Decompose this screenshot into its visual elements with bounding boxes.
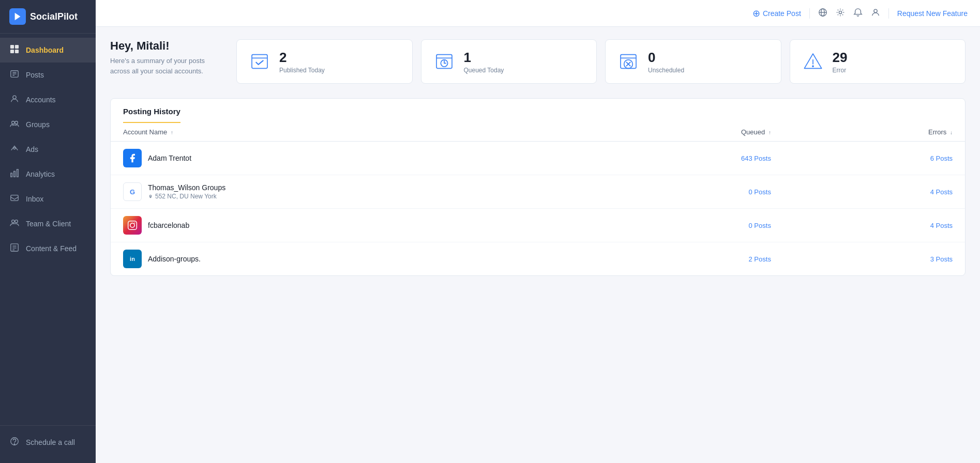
create-post-button[interactable]: ⊕ Create Post (752, 8, 801, 19)
svg-point-43 (149, 195, 151, 197)
svg-rect-35 (621, 55, 636, 69)
svg-point-45 (130, 223, 134, 227)
topbar-divider (809, 8, 810, 19)
request-feature-link[interactable]: Request New Feature (897, 9, 968, 18)
analytics-icon (9, 168, 20, 180)
col-queued[interactable]: Queued ↑ (581, 123, 783, 142)
table-body: Adam Trentot 643 Posts 6 Posts G Thomas_… (111, 142, 965, 276)
svg-rect-13 (11, 173, 12, 177)
inbox-icon (9, 193, 20, 205)
svg-point-11 (15, 121, 18, 124)
sidebar-item-dashboard[interactable]: Dashboard (0, 38, 96, 63)
queued-number: 1 (464, 50, 504, 66)
account-info: Adam Trentot (148, 154, 191, 162)
dashboard-icon (9, 44, 20, 56)
stat-card-info-queued: 1 Queued Today (464, 50, 504, 74)
greeting-subtitle: Here's a summary of your posts across al… (110, 56, 224, 76)
error-icon (801, 49, 825, 74)
account-name: Addison-groups. (148, 255, 201, 263)
errors-link[interactable]: 6 Posts (930, 155, 953, 162)
globe-icon[interactable] (818, 8, 827, 19)
schedule-call-icon (9, 437, 20, 448)
logo[interactable]: SocialPilot (0, 0, 96, 34)
create-post-label: Create Post (763, 9, 801, 18)
unscheduled-label: Unscheduled (648, 67, 684, 74)
sidebar-item-label: Groups (26, 120, 50, 129)
sidebar-item-inbox[interactable]: Inbox (0, 187, 96, 211)
settings-icon[interactable] (836, 8, 845, 19)
sidebar: SocialPilot Dashboard Posts Accounts (0, 0, 96, 463)
queued-link[interactable]: 2 Posts (749, 255, 771, 263)
content-area: Hey, Mitali! Here's a summary of your po… (96, 27, 980, 463)
topbar-divider-2 (888, 8, 889, 19)
sidebar-item-label: Content & Feed (26, 244, 77, 253)
sidebar-item-analytics[interactable]: Analytics (0, 162, 96, 187)
queued-cell-1[interactable]: 0 Posts (581, 175, 783, 209)
account-name: fcbarcelonab (148, 221, 189, 229)
svg-point-10 (12, 121, 14, 124)
errors-cell-0[interactable]: 6 Posts (783, 142, 965, 175)
sidebar-item-label: Schedule a call (26, 438, 75, 446)
user-icon[interactable] (871, 8, 880, 19)
account-avatar (123, 149, 142, 167)
sidebar-item-label: Ads (26, 145, 38, 153)
errors-link[interactable]: 3 Posts (930, 255, 953, 263)
svg-marker-0 (15, 13, 21, 20)
sidebar-item-ads[interactable]: Ads (0, 137, 96, 162)
sidebar-item-content-feed[interactable]: Content & Feed (0, 236, 96, 261)
stat-card-unscheduled[interactable]: 0 Unscheduled (605, 39, 781, 84)
svg-rect-44 (128, 221, 137, 230)
svg-point-9 (13, 96, 16, 99)
errors-link[interactable]: 4 Posts (930, 222, 953, 229)
queued-cell-0[interactable]: 643 Posts (581, 142, 783, 175)
svg-rect-4 (15, 50, 19, 53)
sidebar-item-accounts[interactable]: Accounts (0, 87, 96, 112)
account-sub: 552 NC, DU New York (148, 193, 225, 200)
col-account-name[interactable]: Account Name ↑ (111, 123, 581, 142)
account-info: Thomas_Wilson Groups 552 NC, DU New York (148, 183, 225, 200)
published-icon (247, 49, 272, 74)
sidebar-item-label: Dashboard (26, 46, 64, 54)
errors-link[interactable]: 4 Posts (930, 188, 953, 196)
queued-icon (432, 49, 457, 74)
table-row: Adam Trentot 643 Posts 6 Posts (111, 142, 965, 175)
errors-cell-3[interactable]: 3 Posts (783, 242, 965, 276)
queued-label: Queued Today (464, 67, 504, 74)
sidebar-item-label: Posts (26, 71, 44, 79)
stat-card-info-unscheduled: 0 Unscheduled (648, 50, 684, 74)
queued-cell-2[interactable]: 0 Posts (581, 209, 783, 242)
account-avatar: in (123, 250, 142, 268)
errors-cell-2[interactable]: 4 Posts (783, 209, 965, 242)
col-errors[interactable]: Errors ↓ (783, 123, 965, 142)
error-number: 29 (833, 50, 848, 66)
sort-arrow-errors: ↓ (950, 130, 953, 135)
queued-link[interactable]: 0 Posts (749, 188, 771, 196)
bell-icon[interactable] (853, 8, 863, 19)
queued-link[interactable]: 643 Posts (741, 155, 771, 162)
svg-rect-3 (10, 50, 14, 53)
svg-point-18 (15, 220, 18, 223)
account-info: Addison-groups. (148, 255, 201, 263)
sidebar-item-schedule-call[interactable]: Schedule a call (0, 430, 96, 455)
sidebar-item-groups[interactable]: Groups (0, 112, 96, 137)
section-header: Posting History (111, 99, 965, 123)
stat-card-published[interactable]: 2 Published Today (236, 39, 413, 84)
sidebar-item-posts[interactable]: Posts (0, 63, 96, 87)
sidebar-item-label: Team & Client (26, 220, 71, 228)
stat-card-info: 2 Published Today (279, 50, 325, 74)
queued-cell-3[interactable]: 2 Posts (581, 242, 783, 276)
errors-cell-1[interactable]: 4 Posts (783, 175, 965, 209)
svg-point-28 (839, 11, 841, 13)
account-cell-3: in Addison-groups. (111, 242, 581, 276)
account-info: fcbarcelonab (148, 221, 189, 229)
account-cell-inner: in Addison-groups. (123, 250, 569, 268)
stat-card-queued[interactable]: 1 Queued Today (421, 39, 597, 84)
queued-link[interactable]: 0 Posts (749, 222, 771, 229)
table-head: Account Name ↑ Queued ↑ Errors ↓ (111, 123, 965, 142)
sidebar-item-team-client[interactable]: Team & Client (0, 211, 96, 236)
greeting-text: Hey, Mitali! Here's a summary of your po… (110, 39, 224, 76)
stat-card-error[interactable]: 29 Error (790, 39, 966, 84)
svg-rect-30 (252, 55, 267, 69)
plus-circle-icon: ⊕ (752, 8, 760, 19)
topbar: ⊕ Create Post Request New Feature (96, 0, 980, 27)
